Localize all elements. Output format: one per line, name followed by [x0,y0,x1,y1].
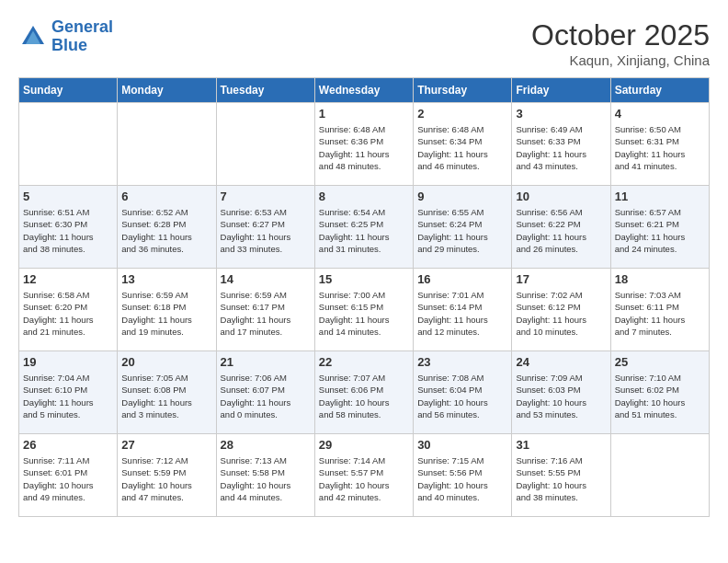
day-info: Sunrise: 7:13 AM Sunset: 5:58 PM Dayligh… [221,454,311,503]
calendar-header-row: SundayMondayTuesdayWednesdayThursdayFrid… [19,78,710,103]
title-block: October 2025 Kaqun, Xinjiang, China [531,18,710,68]
calendar-day-cell: 23Sunrise: 7:08 AM Sunset: 6:04 PM Dayli… [414,351,512,434]
calendar-day-cell: 31Sunrise: 7:16 AM Sunset: 5:55 PM Dayli… [512,434,610,517]
day-number: 24 [516,355,606,369]
day-info: Sunrise: 6:50 AM Sunset: 6:31 PM Dayligh… [615,123,705,172]
day-info: Sunrise: 7:10 AM Sunset: 6:02 PM Dayligh… [615,372,705,420]
day-info: Sunrise: 7:05 AM Sunset: 6:08 PM Dayligh… [121,372,211,420]
day-info: Sunrise: 7:02 AM Sunset: 6:12 PM Dayligh… [516,289,606,338]
day-number: 10 [516,190,606,203]
weekday-header-saturday: Saturday [610,78,709,103]
calendar-week-row: 5Sunrise: 6:51 AM Sunset: 6:30 PM Daylig… [19,186,710,269]
calendar-day-cell: 3Sunrise: 6:49 AM Sunset: 6:33 PM Daylig… [512,103,610,186]
calendar-day-cell [118,103,216,186]
month-title: October 2025 [531,18,710,52]
day-info: Sunrise: 7:01 AM Sunset: 6:14 PM Dayligh… [417,289,507,338]
day-number: 2 [417,107,507,121]
day-info: Sunrise: 7:07 AM Sunset: 6:06 PM Dayligh… [319,372,409,420]
day-number: 30 [417,438,507,452]
weekday-header-friday: Friday [512,78,610,103]
day-number: 14 [221,272,311,286]
calendar-day-cell: 17Sunrise: 7:02 AM Sunset: 6:12 PM Dayli… [512,269,610,351]
calendar-day-cell: 22Sunrise: 7:07 AM Sunset: 6:06 PM Dayli… [314,351,413,434]
calendar-day-cell: 7Sunrise: 6:53 AM Sunset: 6:27 PM Daylig… [216,186,314,269]
calendar-week-row: 26Sunrise: 7:11 AM Sunset: 6:01 PM Dayli… [19,434,710,517]
day-number: 6 [121,190,211,203]
calendar-day-cell [216,103,314,186]
day-number: 11 [615,190,705,203]
calendar-day-cell: 15Sunrise: 7:00 AM Sunset: 6:15 PM Dayli… [314,269,413,351]
calendar-day-cell: 10Sunrise: 6:56 AM Sunset: 6:22 PM Dayli… [512,186,610,269]
day-number: 31 [516,438,606,452]
calendar-day-cell [610,434,709,517]
day-number: 5 [23,190,113,203]
day-number: 29 [319,438,409,452]
day-info: Sunrise: 7:09 AM Sunset: 6:03 PM Dayligh… [516,372,606,420]
day-info: Sunrise: 7:06 AM Sunset: 6:07 PM Dayligh… [221,372,311,420]
day-info: Sunrise: 6:54 AM Sunset: 6:25 PM Dayligh… [319,206,409,255]
logo-icon [18,22,48,52]
day-info: Sunrise: 6:48 AM Sunset: 6:34 PM Dayligh… [417,123,507,172]
day-info: Sunrise: 7:04 AM Sunset: 6:10 PM Dayligh… [23,372,113,420]
day-number: 27 [121,438,211,452]
day-number: 9 [417,190,507,203]
calendar-table: SundayMondayTuesdayWednesdayThursdayFrid… [18,77,710,517]
day-info: Sunrise: 7:11 AM Sunset: 6:01 PM Dayligh… [23,454,113,503]
day-info: Sunrise: 7:15 AM Sunset: 5:56 PM Dayligh… [417,454,507,503]
calendar-day-cell: 27Sunrise: 7:12 AM Sunset: 5:59 PM Dayli… [118,434,216,517]
calendar-day-cell: 9Sunrise: 6:55 AM Sunset: 6:24 PM Daylig… [414,186,512,269]
day-number: 7 [221,190,311,203]
calendar-day-cell: 13Sunrise: 6:59 AM Sunset: 6:18 PM Dayli… [118,269,216,351]
day-info: Sunrise: 7:16 AM Sunset: 5:55 PM Dayligh… [516,454,606,503]
day-info: Sunrise: 6:48 AM Sunset: 6:36 PM Dayligh… [319,123,409,172]
day-info: Sunrise: 6:51 AM Sunset: 6:30 PM Dayligh… [23,206,113,255]
day-info: Sunrise: 6:58 AM Sunset: 6:20 PM Dayligh… [23,289,113,338]
day-info: Sunrise: 7:14 AM Sunset: 5:57 PM Dayligh… [319,454,409,503]
day-info: Sunrise: 7:03 AM Sunset: 6:11 PM Dayligh… [615,289,705,338]
calendar-day-cell: 25Sunrise: 7:10 AM Sunset: 6:02 PM Dayli… [610,351,709,434]
calendar-day-cell: 28Sunrise: 7:13 AM Sunset: 5:58 PM Dayli… [216,434,314,517]
day-number: 18 [615,272,705,286]
weekday-header-thursday: Thursday [414,78,512,103]
day-number: 3 [516,107,606,121]
day-info: Sunrise: 6:59 AM Sunset: 6:18 PM Dayligh… [121,289,211,338]
day-info: Sunrise: 7:00 AM Sunset: 6:15 PM Dayligh… [319,289,409,338]
weekday-header-monday: Monday [118,78,216,103]
day-number: 26 [23,438,113,452]
day-info: Sunrise: 6:57 AM Sunset: 6:21 PM Dayligh… [615,206,705,255]
day-info: Sunrise: 6:53 AM Sunset: 6:27 PM Dayligh… [221,206,311,255]
calendar-day-cell: 1Sunrise: 6:48 AM Sunset: 6:36 PM Daylig… [314,103,413,186]
calendar-day-cell: 2Sunrise: 6:48 AM Sunset: 6:34 PM Daylig… [414,103,512,186]
day-info: Sunrise: 6:49 AM Sunset: 6:33 PM Dayligh… [516,123,606,172]
day-info: Sunrise: 6:55 AM Sunset: 6:24 PM Dayligh… [417,206,507,255]
calendar-day-cell: 30Sunrise: 7:15 AM Sunset: 5:56 PM Dayli… [414,434,512,517]
day-number: 20 [121,355,211,369]
calendar-week-row: 19Sunrise: 7:04 AM Sunset: 6:10 PM Dayli… [19,351,710,434]
location: Kaqun, Xinjiang, China [531,52,710,68]
day-info: Sunrise: 6:52 AM Sunset: 6:28 PM Dayligh… [121,206,211,255]
calendar-day-cell: 20Sunrise: 7:05 AM Sunset: 6:08 PM Dayli… [118,351,216,434]
calendar-day-cell [19,103,118,186]
calendar-day-cell: 4Sunrise: 6:50 AM Sunset: 6:31 PM Daylig… [610,103,709,186]
day-number: 8 [319,190,409,203]
page-header: General Blue October 2025 Kaqun, Xinjian… [18,18,710,68]
calendar-day-cell: 16Sunrise: 7:01 AM Sunset: 6:14 PM Dayli… [414,269,512,351]
calendar-day-cell: 29Sunrise: 7:14 AM Sunset: 5:57 PM Dayli… [314,434,413,517]
calendar-week-row: 1Sunrise: 6:48 AM Sunset: 6:36 PM Daylig… [19,103,710,186]
calendar-day-cell: 21Sunrise: 7:06 AM Sunset: 6:07 PM Dayli… [216,351,314,434]
calendar-day-cell: 14Sunrise: 6:59 AM Sunset: 6:17 PM Dayli… [216,269,314,351]
day-number: 17 [516,272,606,286]
calendar-day-cell: 8Sunrise: 6:54 AM Sunset: 6:25 PM Daylig… [314,186,413,269]
day-number: 25 [615,355,705,369]
weekday-header-sunday: Sunday [19,78,118,103]
weekday-header-tuesday: Tuesday [216,78,314,103]
day-number: 19 [23,355,113,369]
day-info: Sunrise: 7:08 AM Sunset: 6:04 PM Dayligh… [417,372,507,420]
calendar-day-cell: 5Sunrise: 6:51 AM Sunset: 6:30 PM Daylig… [19,186,118,269]
day-number: 12 [23,272,113,286]
logo-text: General Blue [51,18,113,55]
calendar-week-row: 12Sunrise: 6:58 AM Sunset: 6:20 PM Dayli… [19,269,710,351]
day-number: 1 [319,107,409,121]
day-number: 15 [319,272,409,286]
day-number: 22 [319,355,409,369]
